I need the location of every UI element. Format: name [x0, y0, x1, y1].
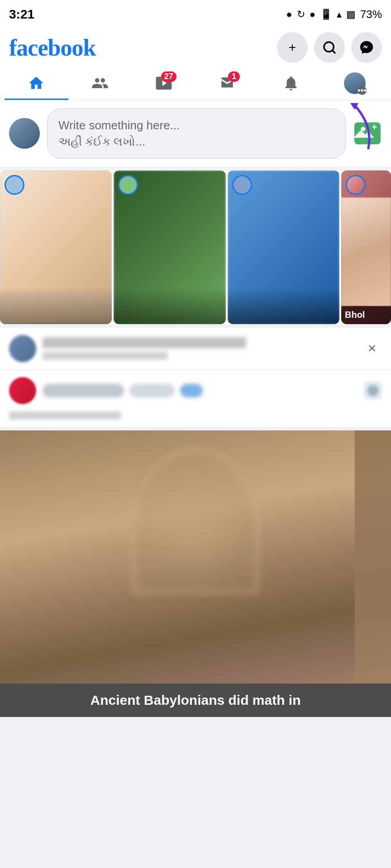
post1-avatar [9, 335, 36, 362]
post-composer: Write something here... અહીં કંઈક લખો...… [0, 100, 391, 170]
messenger-icon [359, 40, 374, 55]
close-post-button[interactable]: × [362, 339, 382, 359]
feed-post-1: × [0, 328, 391, 370]
post2-footer [0, 411, 391, 427]
add-photo-button[interactable]: + [353, 119, 382, 148]
mute-icon: ● [310, 9, 315, 20]
large-image-post: Ancient Babylonians did math in [0, 430, 391, 717]
post2-action-icon [364, 382, 382, 400]
tab-friends[interactable] [68, 68, 132, 100]
marketplace-badge: 1 [228, 71, 240, 82]
svg-point-6 [361, 127, 366, 132]
tab-notifications[interactable] [259, 68, 323, 100]
home-icon [28, 75, 45, 92]
svg-line-1 [332, 50, 335, 53]
facebook-logo: facebook [9, 34, 95, 61]
story-label-4: Bhol [345, 310, 365, 320]
story-item-2[interactable] [114, 170, 225, 324]
story-item-4[interactable]: Bhol [341, 170, 391, 324]
bell-icon [282, 75, 300, 92]
status-time: 3:21 [9, 7, 34, 22]
composer-placeholder-line2: અહીં કંઈક લખો... [58, 133, 334, 150]
post-caption: Ancient Babylonians did math in [0, 684, 391, 717]
add-button[interactable]: + [277, 32, 308, 63]
tab-marketplace[interactable]: 1 [196, 68, 259, 100]
post2-avatar [9, 377, 36, 404]
messenger-button[interactable] [351, 32, 382, 63]
svg-text:+: + [372, 123, 377, 132]
search-button[interactable] [314, 32, 345, 63]
status-icons: ● ↻ ● 📱 ▴ ▩ 73% [286, 8, 382, 21]
photo-icon: + [354, 120, 381, 146]
composer-avatar [9, 118, 40, 149]
composer-placeholder-line1: Write something here... [58, 117, 334, 133]
svg-point-4 [364, 90, 366, 92]
post2-content [43, 384, 358, 397]
svg-point-2 [358, 90, 360, 92]
header-actions: + [277, 32, 382, 63]
tab-profile[interactable] [323, 68, 386, 100]
video-badge: 27 [161, 71, 176, 82]
battery-level: 73% [360, 8, 382, 21]
story-item-3[interactable] [228, 170, 339, 324]
tab-home[interactable] [5, 68, 68, 100]
signal-icon: ● [286, 9, 292, 20]
navigation-tabs: 27 1 [0, 68, 391, 100]
plus-icon: + [289, 40, 296, 55]
app-header: facebook + [0, 27, 391, 68]
sync-icon: ↻ [297, 9, 305, 20]
stories-section: Bhol [0, 170, 391, 324]
tab-video[interactable]: 27 [132, 68, 196, 100]
friends-icon [91, 75, 109, 92]
search-icon [322, 40, 337, 55]
svg-point-3 [361, 90, 363, 92]
wifi-icon: ▴ [337, 9, 342, 20]
composer-input[interactable]: Write something here... અહીં કંઈક લખો... [47, 108, 346, 159]
vibrate-icon: 📱 [320, 9, 332, 20]
post-image [0, 430, 391, 684]
feed-post-2 [0, 370, 391, 427]
signal-bars-icon: ▩ [346, 9, 356, 20]
story-item-1[interactable] [0, 170, 112, 324]
status-bar: 3:21 ● ↻ ● 📱 ▴ ▩ 73% [0, 0, 391, 27]
stories-grid: Bhol [0, 170, 391, 324]
post-caption-text: Ancient Babylonians did math in [0, 684, 391, 717]
menu-dots-icon [358, 82, 367, 99]
post1-header-text [43, 337, 356, 360]
